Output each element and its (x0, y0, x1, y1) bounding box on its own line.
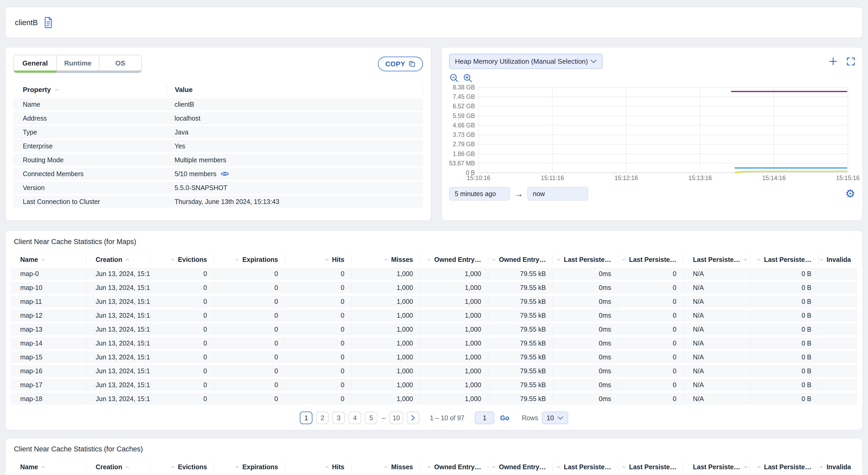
property-value: Java (167, 128, 423, 136)
time-to-input[interactable] (527, 187, 588, 201)
cell-last-persiste: 0ms (553, 309, 618, 321)
page-button-last[interactable]: 10 (390, 412, 403, 424)
sort-caret-icon (756, 258, 761, 261)
cell-hits: 0 (285, 309, 351, 321)
column-header-last-persiste[interactable]: Last Persiste… (683, 255, 750, 264)
column-header-creation[interactable]: Creation (86, 255, 150, 264)
column-header-label: Last Persiste… (564, 256, 611, 263)
next-page-button[interactable] (407, 412, 419, 424)
svg-text:15:14:16: 15:14:16 (762, 175, 786, 181)
column-header-misses[interactable]: Misses (351, 255, 420, 264)
column-header-hits[interactable]: Hits (285, 255, 351, 264)
tab-general[interactable]: General (14, 55, 56, 72)
column-header-last-persiste[interactable]: Last Persiste… (683, 463, 750, 471)
tab-os[interactable]: OS (99, 55, 141, 72)
sort-caret-icon (819, 466, 824, 469)
column-header-value[interactable]: Value (167, 85, 423, 94)
column-header-hits[interactable]: Hits (285, 463, 351, 471)
page-button-1[interactable]: 1 (300, 412, 312, 424)
goto-page-input[interactable] (475, 412, 494, 424)
table-row-map-18[interactable]: map-18Jun 13, 2024, 15:13:450001,0001,00… (11, 393, 857, 405)
column-header-expirations[interactable]: Expirations (214, 255, 285, 264)
document-icon[interactable] (43, 17, 53, 28)
value-header-label: Value (175, 86, 193, 94)
column-header-owned-entry[interactable]: Owned Entry… (488, 463, 553, 471)
cell-last-persiste: 0 (618, 379, 683, 391)
column-header-last-persiste[interactable]: Last Persiste… (750, 255, 818, 264)
copy-button[interactable]: COPY (378, 57, 423, 71)
cell-last-persiste: 0ms (553, 379, 618, 391)
caches-table-header: NameCreationEvictionsExpirationsHitsMiss… (11, 461, 857, 473)
column-header-owned-entry[interactable]: Owned Entry… (420, 463, 488, 471)
chart-settings-button[interactable]: ⚙ (845, 188, 855, 199)
column-header-last-persiste[interactable]: Last Persiste… (618, 463, 683, 471)
cell-creation: Jun 13, 2024, 15:13:45 (86, 351, 150, 363)
column-header-expirations[interactable]: Expirations (214, 463, 285, 471)
svg-text:4.66 GB: 4.66 GB (453, 122, 475, 129)
add-chart-button[interactable] (829, 57, 838, 66)
cell-invalida (818, 351, 858, 363)
cell-last-persiste: N/A (683, 324, 750, 335)
cell-last-persiste: 0ms (553, 365, 618, 377)
property-label: Last Connection to Cluster (13, 198, 167, 206)
cell-last-persiste: N/A (683, 268, 750, 280)
cell-owned-entry: 1,000 (420, 365, 488, 377)
column-header-last-persiste[interactable]: Last Persiste… (553, 255, 618, 264)
column-header-last-persiste[interactable]: Last Persiste… (553, 463, 618, 471)
column-header-last-persiste[interactable]: Last Persiste… (750, 463, 818, 471)
table-row-map-13[interactable]: map-13Jun 13, 2024, 15:13:450001,0001,00… (11, 324, 857, 335)
column-header-owned-entry[interactable]: Owned Entry… (420, 255, 488, 264)
cell-misses: 1,000 (351, 365, 420, 377)
eye-icon[interactable] (221, 171, 229, 177)
go-button[interactable]: Go (500, 414, 509, 422)
table-row-map-15[interactable]: map-15Jun 13, 2024, 15:13:450001,0001,00… (11, 351, 857, 363)
table-row-map-0[interactable]: map-0Jun 13, 2024, 15:13:430001,0001,000… (11, 268, 857, 280)
column-header-label: Expirations (242, 463, 278, 471)
tab-runtime[interactable]: Runtime (56, 55, 99, 72)
cell-last-persiste: N/A (683, 379, 750, 391)
near-cache-maps-card: Client Near Cache Statistics (for Maps) … (5, 231, 863, 430)
page-button-4[interactable]: 4 (348, 412, 361, 424)
column-header-evictions[interactable]: Evictions (150, 255, 214, 264)
column-header-property[interactable]: Property (13, 86, 167, 94)
cell-last-persiste: 0 B (750, 379, 818, 391)
page-button-3[interactable]: 3 (332, 412, 345, 424)
rows-per-page-select[interactable]: 10 (542, 412, 568, 424)
column-header-name[interactable]: Name (11, 255, 86, 264)
cell-owned-entry: 79.55 kB (488, 282, 553, 294)
table-row-map-17[interactable]: map-17Jun 13, 2024, 15:13:450001,0001,00… (11, 379, 857, 391)
cell-expirations: 0 (214, 268, 285, 280)
page-button-5[interactable]: 5 (365, 412, 377, 424)
cell-invalida (818, 282, 858, 294)
sort-caret-icon (235, 258, 239, 261)
table-row-map-12[interactable]: map-12Jun 13, 2024, 15:13:450001,0001,00… (11, 309, 857, 321)
column-header-owned-entry[interactable]: Owned Entry… (488, 255, 553, 264)
fullscreen-button[interactable] (846, 57, 855, 66)
cell-hits: 0 (285, 268, 351, 280)
column-header-evictions[interactable]: Evictions (150, 463, 214, 471)
table-row-map-10[interactable]: map-10Jun 13, 2024, 15:13:440001,0001,00… (11, 282, 857, 294)
cell-evictions: 0 (150, 324, 214, 335)
zoom-out-button[interactable] (449, 73, 459, 83)
column-header-invalida[interactable]: Invalida (818, 463, 858, 471)
column-header-creation[interactable]: Creation (86, 463, 150, 471)
table-row-map-16[interactable]: map-16Jun 13, 2024, 15:13:450001,0001,00… (11, 365, 857, 377)
cell-misses: 1,000 (351, 324, 420, 335)
column-header-name[interactable]: Name (11, 463, 86, 471)
column-header-last-persiste[interactable]: Last Persiste… (618, 255, 683, 264)
metric-dropdown[interactable]: Heap Memory Utilization (Manual Selectio… (449, 54, 602, 69)
sort-caret-icon (622, 258, 626, 261)
property-label: Connected Members (13, 170, 167, 178)
column-header-invalida[interactable]: Invalida (818, 255, 858, 264)
table-row-map-14[interactable]: map-14Jun 13, 2024, 15:13:450001,0001,00… (11, 337, 857, 349)
column-header-label: Last Persiste… (693, 256, 740, 263)
sort-caret-icon (756, 466, 761, 469)
page-button-2[interactable]: 2 (316, 412, 329, 424)
table-row-map-11[interactable]: map-11Jun 13, 2024, 15:13:440001,0001,00… (11, 296, 857, 307)
property-row-enterprise: EnterpriseYes (13, 140, 423, 152)
column-header-misses[interactable]: Misses (351, 463, 420, 471)
zoom-in-button[interactable] (463, 73, 473, 83)
cell-last-persiste: 0 B (750, 324, 818, 335)
time-from-input[interactable] (449, 187, 510, 201)
chart-series-yellow (735, 172, 847, 173)
